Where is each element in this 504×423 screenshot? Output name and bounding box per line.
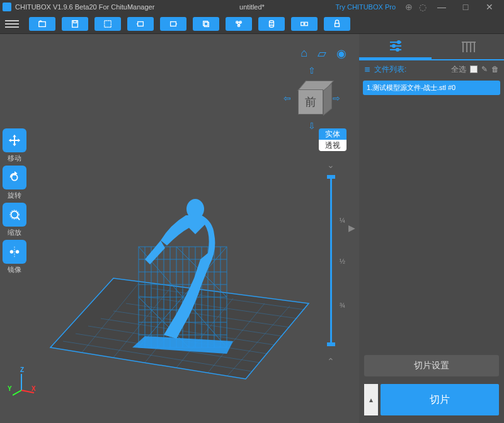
- axis-gizmo: Z Y X: [8, 366, 39, 398]
- svg-point-11: [270, 20, 274, 23]
- svg-point-20: [16, 250, 20, 254]
- globe-icon[interactable]: ⊕: [402, 2, 416, 12]
- move-tool[interactable]: 移动: [3, 128, 26, 163]
- svg-point-71: [396, 48, 399, 51]
- svg-rect-2: [73, 20, 76, 23]
- layer-slider[interactable]: ⌄ ¼ ½ ¾ ▶ ⌃: [321, 160, 340, 361]
- copy-button[interactable]: [193, 17, 219, 31]
- svg-rect-5: [171, 21, 176, 26]
- model-with-supports[interactable]: [126, 190, 239, 354]
- slice-settings-button[interactable]: 切片设置: [364, 355, 499, 376]
- slider-top-handle[interactable]: [327, 175, 335, 179]
- file-list-icon: ≣: [364, 65, 370, 74]
- file-list-label: 文件列表:: [374, 64, 447, 75]
- axis-y-label: Y: [8, 385, 12, 392]
- svg-point-19: [10, 250, 14, 254]
- auto-layout-button[interactable]: [226, 17, 252, 31]
- screenshot-button[interactable]: [94, 17, 121, 31]
- axis-z-label: Z: [20, 366, 24, 373]
- open-file-button[interactable]: [29, 17, 55, 31]
- home-view-icon[interactable]: ⌂: [301, 47, 307, 60]
- svg-point-69: [398, 41, 400, 43]
- delete-icon[interactable]: 🗑: [491, 65, 499, 74]
- tick-quarter: ¼: [340, 217, 345, 224]
- svg-point-14: [303, 23, 306, 25]
- slider-bottom-handle[interactable]: [327, 342, 335, 346]
- wireframe-mode[interactable]: 透视: [319, 140, 346, 151]
- try-pro-link[interactable]: Try CHITUBOX Pro: [335, 3, 396, 11]
- titlebar: CHITUBOX V1.9.6 Beta20 For ChituManager …: [0, 0, 504, 14]
- cube-up-arrow[interactable]: ⇧: [284, 65, 340, 76]
- dig-hole-button[interactable]: [291, 17, 318, 31]
- tick-half: ½: [340, 257, 345, 265]
- tick-threequarter: ¾: [340, 302, 345, 309]
- maximize-button[interactable]: □: [454, 0, 478, 14]
- slider-down-chevron[interactable]: ⌃: [321, 356, 340, 366]
- menu-button[interactable]: [5, 17, 19, 31]
- render-mode-toggle[interactable]: 实体 透视: [319, 128, 346, 151]
- file-item[interactable]: 1.测试模型源文件-战士.stl #0: [363, 81, 500, 95]
- visibility-icon[interactable]: ◉: [336, 47, 346, 60]
- lock-button[interactable]: [324, 17, 350, 31]
- svg-rect-6: [203, 21, 208, 25]
- user-icon[interactable]: ◌: [416, 2, 430, 12]
- svg-rect-0: [39, 21, 46, 26]
- file-list-header: ≣ 文件列表: 全选 ✎ 🗑: [359, 60, 504, 78]
- svg-rect-3: [105, 20, 112, 27]
- main-toolbar: [0, 14, 504, 34]
- solid-mode[interactable]: 实体: [319, 128, 346, 140]
- app-logo-icon: [3, 3, 11, 11]
- mirror-label: 镜像: [8, 265, 21, 274]
- cube-front-face[interactable]: 前: [298, 89, 323, 115]
- side-panel: ≣ 文件列表: 全选 ✎ 🗑 1.测试模型源文件-战士.stl #0 切片设置 …: [359, 34, 504, 423]
- svg-rect-4: [138, 21, 144, 26]
- minimize-button[interactable]: —: [430, 0, 454, 14]
- rotate-label: 旋转: [8, 191, 21, 200]
- slice-dropdown[interactable]: ▴: [364, 384, 378, 415]
- slice-button[interactable]: 切片: [381, 384, 499, 415]
- edit-icon[interactable]: ✎: [481, 65, 488, 74]
- rotate-tool[interactable]: 旋转: [3, 166, 26, 200]
- svg-point-12: [270, 25, 274, 27]
- undo-button[interactable]: [127, 17, 154, 31]
- svg-marker-64: [132, 336, 233, 354]
- select-all-label[interactable]: 全选: [451, 64, 466, 75]
- view-cube[interactable]: ⇧ ⇦ 前 ⇨ ⇩: [284, 65, 340, 131]
- close-button[interactable]: ✕: [478, 0, 501, 14]
- hollow-button[interactable]: [258, 17, 285, 31]
- perspective-icon[interactable]: ▱: [318, 47, 326, 60]
- scale-label: 缩放: [8, 228, 21, 237]
- slider-up-chevron[interactable]: ⌄: [321, 160, 340, 170]
- svg-point-70: [392, 45, 395, 47]
- save-file-button[interactable]: [62, 17, 88, 31]
- document-title: untitled*: [239, 3, 265, 11]
- svg-line-22: [13, 390, 21, 395]
- slider-expand-icon[interactable]: ▶: [348, 223, 355, 233]
- scale-tool[interactable]: 缩放: [3, 203, 26, 237]
- mirror-tool[interactable]: 镜像: [3, 240, 26, 274]
- svg-rect-7: [204, 22, 209, 26]
- axis-x-label: X: [32, 385, 36, 392]
- svg-rect-15: [335, 23, 340, 26]
- settings-tab[interactable]: [359, 34, 432, 59]
- supports-tab[interactable]: [432, 34, 504, 59]
- redo-button[interactable]: [160, 17, 186, 31]
- move-label: 移动: [8, 154, 21, 163]
- select-all-checkbox[interactable]: [470, 65, 478, 73]
- app-title: CHITUBOX V1.9.6 Beta20 For ChituManager: [15, 3, 154, 11]
- cube-right-arrow[interactable]: ⇨: [333, 93, 340, 103]
- 3d-viewport[interactable]: ⌂ ▱ ◉ ⇧ ⇦ 前 ⇨ ⇩ 实体 透视: [0, 34, 359, 423]
- cube-left-arrow[interactable]: ⇦: [284, 93, 291, 103]
